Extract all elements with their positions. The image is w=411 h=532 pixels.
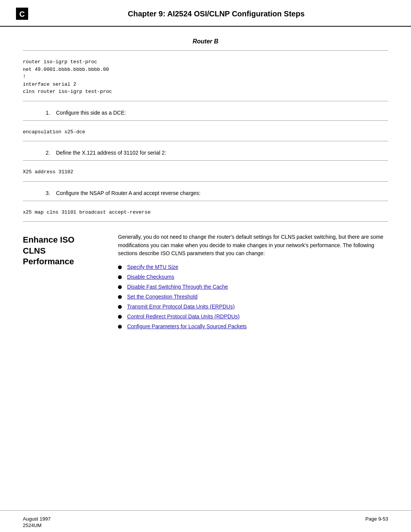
enhance-title-line3: Performance bbox=[23, 257, 74, 266]
bullet-dot-5 bbox=[118, 315, 122, 319]
divider-3 bbox=[23, 120, 388, 121]
divider-8 bbox=[23, 221, 388, 222]
step-1-text: Configure this side as a DCE: bbox=[56, 110, 126, 116]
step-3-number: 3. bbox=[46, 190, 50, 196]
chapter-title: Chapter 9: AI2524 OSI/CLNP Configuration… bbox=[37, 10, 396, 18]
code-block-step-3: x25 map clns 31101 broadcast accept-reve… bbox=[23, 205, 388, 222]
divider-6 bbox=[23, 181, 388, 182]
step-3-text: Configure the NSAP of Router A and accep… bbox=[56, 190, 201, 196]
list-item-5: Control Redirect Protocol Data Units (RD… bbox=[118, 313, 388, 320]
footer-page: Page 9-53 bbox=[365, 516, 388, 528]
page-footer: August 1997 2524UM Page 9-53 bbox=[0, 510, 411, 532]
link-erpdus[interactable]: Transmit Error Protocol Data Units (ERPD… bbox=[127, 304, 235, 310]
bullet-dot-2 bbox=[118, 285, 122, 289]
step-3: 3. Configure the NSAP of Router A and ac… bbox=[23, 185, 388, 201]
bullet-dot-0 bbox=[118, 265, 122, 269]
link-rdpdus[interactable]: Control Redirect Protocol Data Units (RD… bbox=[127, 313, 240, 320]
link-disable-checksums[interactable]: Disable Checksums bbox=[127, 274, 174, 280]
list-item-2: Disable Fast Switching Through the Cache bbox=[118, 284, 388, 290]
divider-2 bbox=[23, 101, 388, 101]
svg-text:C: C bbox=[19, 10, 25, 18]
code-block-step-2: X25 address 31102 bbox=[23, 165, 388, 181]
divider-1 bbox=[23, 50, 388, 51]
step-1-number: 1. bbox=[46, 110, 50, 116]
enhance-body: Generally, you do not need to change the… bbox=[118, 233, 388, 333]
bullet-list: Specify the MTU Size Disable Checksums D… bbox=[118, 264, 388, 329]
link-congestion-threshold[interactable]: Set the Congestion Threshold bbox=[127, 294, 198, 300]
list-item-4: Transmit Error Protocol Data Units (ERPD… bbox=[118, 304, 388, 310]
divider-4 bbox=[23, 141, 388, 141]
company-logo: C bbox=[15, 7, 29, 21]
enhance-body-text: Generally, you do not need to change the… bbox=[118, 233, 388, 258]
code-block-step-1: encapsulation x25-dce bbox=[23, 125, 388, 141]
divider-5 bbox=[23, 160, 388, 161]
footer-date: August 1997 bbox=[23, 516, 51, 522]
bullet-dot-6 bbox=[118, 325, 122, 329]
page: C Chapter 9: AI2524 OSI/CLNP Configurati… bbox=[0, 0, 411, 532]
router-b-title: Router B bbox=[23, 38, 388, 45]
list-item-1: Disable Checksums bbox=[118, 274, 388, 280]
list-item-6: Configure Parameters for Locally Sourced… bbox=[118, 323, 388, 329]
enhance-title: Enhance ISO CLNS Performance bbox=[23, 233, 107, 333]
step-1: 1. Configure this side as a DCE: bbox=[23, 105, 388, 120]
bullet-dot-4 bbox=[118, 305, 122, 309]
list-item-3: Set the Congestion Threshold bbox=[118, 294, 388, 300]
page-header: C Chapter 9: AI2524 OSI/CLNP Configurati… bbox=[0, 0, 411, 27]
enhance-title-line1: Enhance ISO bbox=[23, 235, 75, 244]
code-block-router-b: router iso-igrp test-proc net 49.0001.bb… bbox=[23, 54, 388, 101]
enhance-title-line2: CLNS bbox=[23, 246, 46, 256]
step-2-number: 2. bbox=[46, 150, 50, 156]
footer-doc-id: 2524UM bbox=[23, 522, 51, 528]
step-2: 2. Define the X.121 address of 31102 for… bbox=[23, 145, 388, 160]
divider-7 bbox=[23, 201, 388, 201]
list-item-0: Specify the MTU Size bbox=[118, 264, 388, 270]
bullet-dot-3 bbox=[118, 295, 122, 299]
link-specify-mtu[interactable]: Specify the MTU Size bbox=[127, 264, 178, 270]
link-locally-sourced[interactable]: Configure Parameters for Locally Sourced… bbox=[127, 323, 247, 329]
bullet-dot-1 bbox=[118, 275, 122, 279]
main-content: Router B router iso-igrp test-proc net 4… bbox=[0, 27, 411, 510]
enhance-section: Enhance ISO CLNS Performance Generally, … bbox=[23, 233, 388, 333]
link-disable-fast-switching[interactable]: Disable Fast Switching Through the Cache bbox=[127, 284, 228, 290]
step-2-text: Define the X.121 address of 31102 for se… bbox=[56, 150, 166, 156]
footer-left: August 1997 2524UM bbox=[23, 516, 51, 528]
